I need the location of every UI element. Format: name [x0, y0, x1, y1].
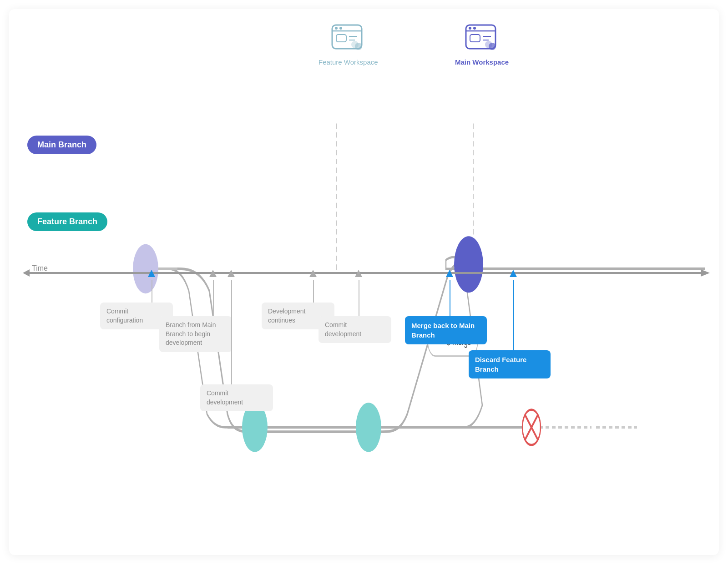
event-discard-feature: Discard Feature Branch: [469, 350, 551, 378]
timeline-marker-3: [228, 270, 235, 277]
connector-dev-continues: [313, 280, 314, 303]
feature-workspace-icon: [330, 23, 366, 55]
svg-text:Time: Time: [32, 264, 48, 272]
main-branch-label: Main Branch: [27, 136, 96, 154]
feature-branch-label: Feature Branch: [27, 212, 107, 231]
svg-point-29: [356, 403, 381, 452]
main-workspace-label: Main Workspace: [455, 58, 509, 66]
svg-marker-37: [148, 270, 155, 277]
connector-branch-from-main: [213, 280, 214, 316]
svg-rect-13: [470, 35, 480, 42]
svg-marker-42: [446, 270, 453, 277]
timeline-marker-5: [355, 270, 362, 277]
svg-marker-35: [23, 269, 710, 277]
timeline-marker-4: [309, 270, 317, 277]
svg-marker-40: [309, 270, 317, 277]
main-workspace: Main Workspace: [455, 23, 509, 66]
svg-point-3: [339, 27, 342, 30]
connector-commit-config: [152, 280, 152, 303]
svg-point-17: [489, 43, 496, 50]
main-workspace-icon: [464, 23, 500, 55]
timeline-marker-1: [148, 270, 155, 277]
svg-point-8: [355, 43, 362, 50]
diagram-container: Feature Workspace Main Workspace Main Br…: [9, 9, 719, 555]
connector-commit-dev-2: [359, 280, 359, 316]
svg-line-31: [525, 414, 538, 440]
svg-marker-43: [510, 270, 517, 277]
timeline-svg: Time: [23, 264, 710, 287]
timeline-marker-7: [510, 270, 517, 277]
svg-point-12: [473, 27, 476, 30]
timeline-marker-2: [209, 270, 217, 277]
svg-line-32: [525, 414, 538, 440]
event-merge-main: Merge back to Main Branch: [405, 316, 487, 344]
event-commit-dev-2: Commit development: [318, 316, 391, 343]
svg-point-30: [522, 410, 541, 445]
connector-merge-main: [450, 280, 450, 316]
connector-commit-dev-1: [231, 280, 232, 384]
svg-marker-38: [209, 270, 217, 277]
timeline-marker-6: [446, 270, 453, 277]
svg-marker-39: [228, 270, 235, 277]
connector-discard-feature: [513, 280, 514, 350]
svg-point-2: [335, 27, 338, 30]
feature-workspace: Feature Workspace: [318, 23, 378, 66]
svg-rect-4: [336, 35, 346, 42]
svg-point-11: [469, 27, 471, 30]
svg-marker-20: [471, 242, 475, 251]
event-branch-from-main: Branch from Main Branch to begin develop…: [159, 316, 232, 352]
feature-workspace-label: Feature Workspace: [318, 58, 378, 66]
svg-marker-41: [355, 270, 362, 277]
event-commit-dev-1: Commit development: [200, 384, 273, 411]
